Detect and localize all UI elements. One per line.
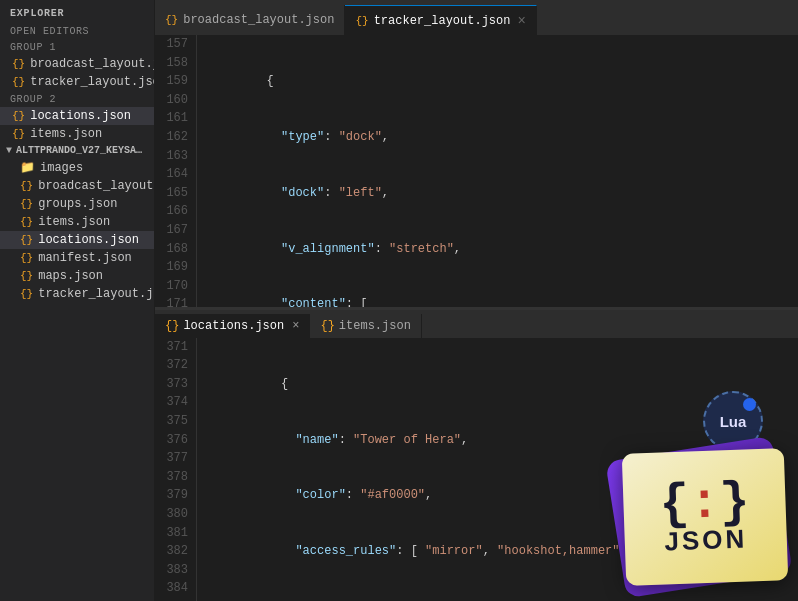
close-tab-button[interactable]: × [517,13,525,29]
json-icon: {} [20,198,33,210]
sidebar: EXPLORER OPEN EDITORS GROUP 1 {} broadca… [0,0,155,601]
code-lines-bottom: { "name": "Tower of Hera", "color": "#af… [197,338,798,601]
json-icon: {} [12,110,25,122]
sidebar-item-items[interactable]: {} items.json [0,213,154,231]
file-name: maps.json [38,269,103,283]
json-icon: {} [12,128,25,140]
expand-arrow: ▼ [6,145,12,156]
top-tab-bar: {} broadcast_layout.json {} tracker_layo… [155,0,798,35]
json-icon: {} [20,252,33,264]
tab-label: broadcast_layout.json [183,13,334,27]
editor-split: 157158159160161 162163164165166 16716816… [155,35,798,601]
explorer-header: EXPLORER [0,0,154,23]
json-icon: {} [20,216,33,228]
folder-name: images [40,161,83,175]
file-name: tracker_layout.json [30,75,154,89]
sidebar-item-manifest[interactable]: {} manifest.json [0,249,154,267]
sidebar-item-broadcast-layout-group1[interactable]: {} broadcast_layout.json [0,55,154,73]
project-folder[interactable]: ▼ ALTTPRANDO_V27_KEYSANITY_II... [0,143,154,158]
file-name: manifest.json [38,251,132,265]
line-numbers-top: 157158159160161 162163164165166 16716816… [155,35,197,307]
open-editors-label: OPEN EDITORS [0,23,154,39]
sidebar-item-tracker-layout[interactable]: {} tracker_layout.json [0,285,154,303]
tab-label: tracker_layout.json [374,14,511,28]
group2-label: GROUP 2 [0,91,154,107]
sidebar-item-locations[interactable]: {} locations.json [0,231,154,249]
group1-label: GROUP 1 [0,39,154,55]
sidebar-item-images[interactable]: 📁 images [0,158,154,177]
json-icon: {} [20,270,33,282]
close-tab-button[interactable]: × [292,319,299,333]
file-name: broadcast_layout.json [38,179,154,193]
pane2-tab-items[interactable]: {} items.json [310,314,421,338]
tab-broadcast-layout[interactable]: {} broadcast_layout.json [155,5,345,35]
editor-pane-bottom: {} locations.json × {} items.json 371372… [155,310,798,601]
file-name: tracker_layout.json [38,287,154,301]
tab-label: locations.json [183,319,284,333]
editor-area: {} broadcast_layout.json {} tracker_layo… [155,0,798,601]
project-label: ALTTPRANDO_V27_KEYSANITY_II... [16,145,148,156]
editor-pane-top: 157158159160161 162163164165166 16716816… [155,35,798,307]
sidebar-item-broadcast-layout[interactable]: {} broadcast_layout.json [0,177,154,195]
json-icon: {} [20,180,33,192]
editor-content-bottom[interactable]: 371372373374375 376377378379380 38138238… [155,338,798,601]
pane2-tab-bar: {} locations.json × {} items.json [155,310,798,338]
file-name: items.json [38,215,110,229]
sidebar-item-items-group2[interactable]: {} items.json [0,125,154,143]
pane2-tab-locations[interactable]: {} locations.json × [155,314,310,338]
code-lines-top: { "type": "dock", "dock": "left", "v_ali… [197,35,798,307]
file-name: locations.json [38,233,139,247]
sidebar-item-tracker-layout-group1[interactable]: {} tracker_layout.json [0,73,154,91]
json-file-icon: {} [320,319,334,333]
file-name: items.json [30,127,102,141]
json-file-icon: {} [165,319,179,333]
tab-tracker-layout[interactable]: {} tracker_layout.json × [345,5,536,35]
json-icon: {} [20,234,33,246]
json-icon: {} [12,76,25,88]
folder-icon: 📁 [20,160,35,175]
json-icon: {} [20,288,33,300]
json-icon: {} [12,58,25,70]
file-name: broadcast_layout.json [30,57,154,71]
line-numbers-bottom: 371372373374375 376377378379380 38138238… [155,338,197,601]
file-name: groups.json [38,197,117,211]
sidebar-item-locations-group2[interactable]: {} locations.json [0,107,154,125]
json-file-icon: {} [355,15,368,27]
file-name: locations.json [30,109,131,123]
editor-content-top[interactable]: 157158159160161 162163164165166 16716816… [155,35,798,307]
json-file-icon: {} [165,14,178,26]
sidebar-item-maps[interactable]: {} maps.json [0,267,154,285]
tab-label: items.json [339,319,411,333]
sidebar-item-groups[interactable]: {} groups.json [0,195,154,213]
